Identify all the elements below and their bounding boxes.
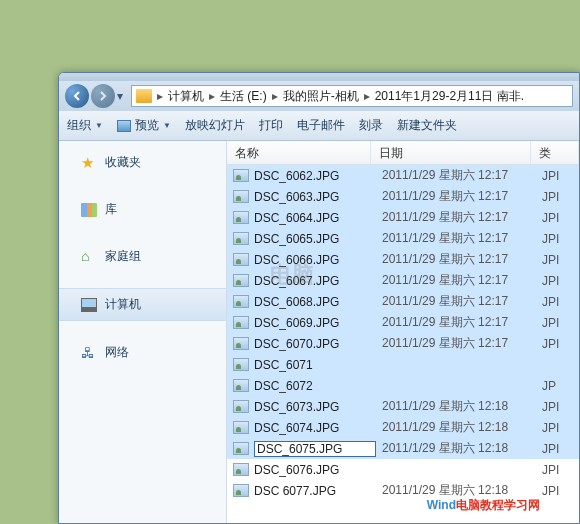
table-row[interactable]: DSC_6075.JPG2011/1/29 星期六 12:18JPI bbox=[227, 438, 579, 459]
sidebar-item-favorites[interactable]: ★收藏夹 bbox=[59, 147, 226, 178]
image-file-icon bbox=[233, 190, 249, 203]
folder-icon bbox=[136, 89, 152, 103]
image-file-icon bbox=[233, 484, 249, 497]
file-type: JPI bbox=[536, 463, 559, 477]
file-name: DSC_6068.JPG bbox=[254, 295, 376, 309]
file-name: DSC_6065.JPG bbox=[254, 232, 376, 246]
sidebar-item-label: 计算机 bbox=[105, 296, 141, 313]
file-date: 2011/1/29 星期六 12:17 bbox=[376, 188, 536, 205]
table-row[interactable]: DSC_6062.JPG2011/1/29 星期六 12:17JPI bbox=[227, 165, 579, 186]
sidebar-item-label: 家庭组 bbox=[105, 248, 141, 265]
sidebar-item-computer[interactable]: 计算机 bbox=[59, 288, 226, 321]
file-date: 2011/1/29 星期六 12:18 bbox=[376, 482, 536, 499]
file-name: DSC_6075.JPG bbox=[254, 441, 376, 457]
table-row[interactable]: DSC_6074.JPG2011/1/29 星期六 12:18JPI bbox=[227, 417, 579, 438]
file-type: JPI bbox=[536, 442, 559, 456]
forward-button[interactable] bbox=[91, 84, 115, 108]
table-row[interactable]: DSC 6077.JPG2011/1/29 星期六 12:18JPI bbox=[227, 480, 579, 501]
image-file-icon bbox=[233, 463, 249, 476]
column-header-type[interactable]: 类 bbox=[531, 141, 579, 164]
organize-button[interactable]: 组织▼ bbox=[67, 117, 103, 134]
chevron-right-icon[interactable]: ▸ bbox=[154, 89, 166, 103]
file-name: DSC_6067.JPG bbox=[254, 274, 376, 288]
address-bar: ▾ ▸ 计算机 ▸ 生活 (E:) ▸ 我的照片-相机 ▸ 2011年1月29-… bbox=[59, 81, 579, 111]
table-row[interactable]: DSC_6064.JPG2011/1/29 星期六 12:17JPI bbox=[227, 207, 579, 228]
file-date: 2011/1/29 星期六 12:17 bbox=[376, 209, 536, 226]
file-type: JPI bbox=[536, 316, 559, 330]
table-row[interactable]: DSC_6067.JPG2011/1/29 星期六 12:17JPI bbox=[227, 270, 579, 291]
history-dropdown-icon[interactable]: ▾ bbox=[117, 89, 129, 103]
image-file-icon bbox=[233, 274, 249, 287]
table-row[interactable]: DSC_6072JP bbox=[227, 375, 579, 396]
file-name: DSC 6077.JPG bbox=[254, 484, 376, 498]
file-name: DSC_6064.JPG bbox=[254, 211, 376, 225]
file-date: 2011/1/29 星期六 12:17 bbox=[376, 230, 536, 247]
file-name: DSC_6062.JPG bbox=[254, 169, 376, 183]
back-button[interactable] bbox=[65, 84, 89, 108]
table-row[interactable]: DSC_6076.JPGJPI bbox=[227, 459, 579, 480]
sidebar-item-label: 收藏夹 bbox=[105, 154, 141, 171]
toolbar: 组织▼ 预览▼ 放映幻灯片 打印 电子邮件 刻录 新建文件夹 bbox=[59, 111, 579, 141]
chevron-right-icon[interactable]: ▸ bbox=[269, 89, 281, 103]
file-date: 2011/1/29 星期六 12:18 bbox=[376, 419, 536, 436]
breadcrumb-segment[interactable]: 计算机 bbox=[168, 88, 204, 105]
chevron-right-icon[interactable]: ▸ bbox=[206, 89, 218, 103]
column-headers: 名称 日期 类 bbox=[227, 141, 579, 165]
file-type: JP bbox=[536, 379, 556, 393]
slideshow-button[interactable]: 放映幻灯片 bbox=[185, 117, 245, 134]
network-icon: 🖧 bbox=[81, 346, 97, 360]
image-file-icon bbox=[233, 232, 249, 245]
table-row[interactable]: DSC_6065.JPG2011/1/29 星期六 12:17JPI bbox=[227, 228, 579, 249]
table-row[interactable]: DSC_6073.JPG2011/1/29 星期六 12:18JPI bbox=[227, 396, 579, 417]
file-type: JPI bbox=[536, 190, 559, 204]
file-type: JPI bbox=[536, 400, 559, 414]
explorer-window: ▾ ▸ 计算机 ▸ 生活 (E:) ▸ 我的照片-相机 ▸ 2011年1月29-… bbox=[58, 72, 580, 524]
image-file-icon bbox=[233, 253, 249, 266]
chevron-down-icon: ▼ bbox=[163, 121, 171, 130]
table-row[interactable]: DSC_6070.JPG2011/1/29 星期六 12:17JPI bbox=[227, 333, 579, 354]
file-name: DSC_6070.JPG bbox=[254, 337, 376, 351]
table-row[interactable]: DSC_6071 bbox=[227, 354, 579, 375]
burn-button[interactable]: 刻录 bbox=[359, 117, 383, 134]
sidebar-item-label: 网络 bbox=[105, 344, 129, 361]
file-date: 2011/1/29 星期六 12:17 bbox=[376, 335, 536, 352]
breadcrumb[interactable]: ▸ 计算机 ▸ 生活 (E:) ▸ 我的照片-相机 ▸ 2011年1月29-2月… bbox=[131, 85, 573, 107]
image-file-icon bbox=[233, 316, 249, 329]
file-type: JPI bbox=[536, 274, 559, 288]
table-row[interactable]: DSC_6068.JPG2011/1/29 星期六 12:17JPI bbox=[227, 291, 579, 312]
breadcrumb-segment[interactable]: 我的照片-相机 bbox=[283, 88, 359, 105]
sidebar-item-label: 库 bbox=[105, 201, 117, 218]
sidebar-item-homegroup[interactable]: ⌂家庭组 bbox=[59, 241, 226, 272]
file-type: JPI bbox=[536, 211, 559, 225]
star-icon: ★ bbox=[81, 155, 97, 171]
file-date: 2011/1/29 星期六 12:17 bbox=[376, 251, 536, 268]
column-header-date[interactable]: 日期 bbox=[371, 141, 531, 164]
print-button[interactable]: 打印 bbox=[259, 117, 283, 134]
file-list[interactable]: DSC_6062.JPG2011/1/29 星期六 12:17JPIDSC_60… bbox=[227, 165, 579, 501]
table-row[interactable]: DSC_6069.JPG2011/1/29 星期六 12:17JPI bbox=[227, 312, 579, 333]
table-row[interactable]: DSC_6066.JPG2011/1/29 星期六 12:17JPI bbox=[227, 249, 579, 270]
preview-button[interactable]: 预览▼ bbox=[117, 117, 171, 134]
chevron-right-icon[interactable]: ▸ bbox=[361, 89, 373, 103]
file-date: 2011/1/29 星期六 12:18 bbox=[376, 398, 536, 415]
file-type: JPI bbox=[536, 421, 559, 435]
breadcrumb-segment[interactable]: 2011年1月29-2月11日 南非. bbox=[375, 88, 524, 105]
file-type: JPI bbox=[536, 169, 559, 183]
table-row[interactable]: DSC_6063.JPG2011/1/29 星期六 12:17JPI bbox=[227, 186, 579, 207]
file-list-pane: 名称 日期 类 DSC_6062.JPG2011/1/29 星期六 12:17J… bbox=[227, 141, 579, 523]
column-header-name[interactable]: 名称 bbox=[227, 141, 371, 164]
image-file-icon bbox=[233, 379, 249, 392]
file-type: JPI bbox=[536, 253, 559, 267]
breadcrumb-segment[interactable]: 生活 (E:) bbox=[220, 88, 267, 105]
file-type: JPI bbox=[536, 484, 559, 498]
sidebar-item-library[interactable]: 库 bbox=[59, 194, 226, 225]
sidebar-item-network[interactable]: 🖧网络 bbox=[59, 337, 226, 368]
file-date: 2011/1/29 星期六 12:17 bbox=[376, 167, 536, 184]
sidebar: ★收藏夹 库 ⌂家庭组 计算机 🖧网络 bbox=[59, 141, 227, 523]
file-date: 2011/1/29 星期六 12:17 bbox=[376, 314, 536, 331]
file-date: 2011/1/29 星期六 12:17 bbox=[376, 272, 536, 289]
image-file-icon bbox=[233, 169, 249, 182]
new-folder-button[interactable]: 新建文件夹 bbox=[397, 117, 457, 134]
file-type: JPI bbox=[536, 232, 559, 246]
email-button[interactable]: 电子邮件 bbox=[297, 117, 345, 134]
